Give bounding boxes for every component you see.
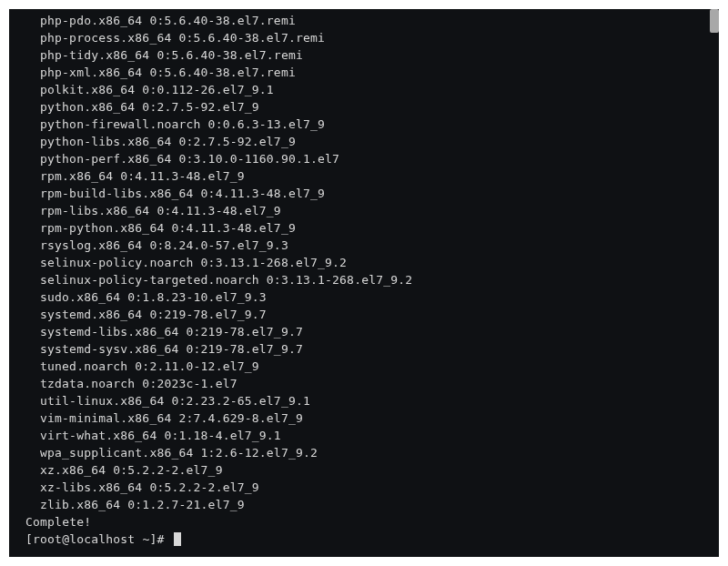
package-line: sudo.x86_64 0:1.8.23-10.el7_9.3 [25,288,719,306]
package-line: xz.x86_64 0:5.2.2-2.el7_9 [25,461,719,479]
package-line: python-firewall.noarch 0:0.6.3-13.el7_9 [25,116,719,133]
package-line: php-xml.x86_64 0:5.6.40-38.el7.remi [25,64,719,81]
package-line: php-tidy.x86_64 0:5.6.40-38.el7.remi [25,46,719,64]
package-line: systemd.x86_64 0:219-78.el7_9.7 [25,306,719,323]
package-line: python-libs.x86_64 0:2.7.5-92.el7_9 [25,133,719,150]
package-line: tuned.noarch 0:2.11.0-12.el7_9 [25,358,719,375]
terminal-output[interactable]: php-pdo.x86_64 0:5.6.40-38.el7.remiphp-p… [9,9,719,557]
package-line: util-linux.x86_64 0:2.23.2-65.el7_9.1 [25,392,719,409]
package-line: xz-libs.x86_64 0:5.2.2-2.el7_9 [25,479,719,496]
complete-message: Complete! [25,513,719,531]
package-line: python-perf.x86_64 0:3.10.0-1160.90.1.el… [25,150,719,167]
window-frame: php-pdo.x86_64 0:5.6.40-38.el7.remiphp-p… [0,0,728,566]
package-line: php-process.x86_64 0:5.6.40-38.el7.remi [25,29,719,46]
package-line: virt-what.x86_64 0:1.18-4.el7_9.1 [25,427,719,444]
package-line: tzdata.noarch 0:2023c-1.el7 [25,375,719,392]
prompt-text: [root@localhost ~]# [25,531,172,548]
scrollbar-thumb[interactable] [710,9,719,33]
shell-prompt[interactable]: [root@localhost ~]# [25,531,719,548]
package-line: rpm-libs.x86_64 0:4.11.3-48.el7_9 [25,202,719,219]
package-line: rpm.x86_64 0:4.11.3-48.el7_9 [25,167,719,185]
package-line: selinux-policy.noarch 0:3.13.1-268.el7_9… [25,254,719,271]
package-line: systemd-libs.x86_64 0:219-78.el7_9.7 [25,323,719,340]
package-line: rpm-python.x86_64 0:4.11.3-48.el7_9 [25,219,719,237]
package-line: systemd-sysv.x86_64 0:219-78.el7_9.7 [25,340,719,358]
package-line: selinux-policy-targeted.noarch 0:3.13.1-… [25,271,719,288]
package-line: python.x86_64 0:2.7.5-92.el7_9 [25,98,719,116]
package-line: rpm-build-libs.x86_64 0:4.11.3-48.el7_9 [25,185,719,202]
package-line: vim-minimal.x86_64 2:7.4.629-8.el7_9 [25,409,719,427]
package-line: zlib.x86_64 0:1.2.7-21.el7_9 [25,496,719,513]
package-line: wpa_supplicant.x86_64 1:2.6-12.el7_9.2 [25,444,719,461]
package-line: polkit.x86_64 0:0.112-26.el7_9.1 [25,81,719,98]
package-line: rsyslog.x86_64 0:8.24.0-57.el7_9.3 [25,237,719,254]
package-list: php-pdo.x86_64 0:5.6.40-38.el7.remiphp-p… [25,12,719,513]
package-line: php-pdo.x86_64 0:5.6.40-38.el7.remi [25,12,719,29]
cursor-block [174,532,181,546]
